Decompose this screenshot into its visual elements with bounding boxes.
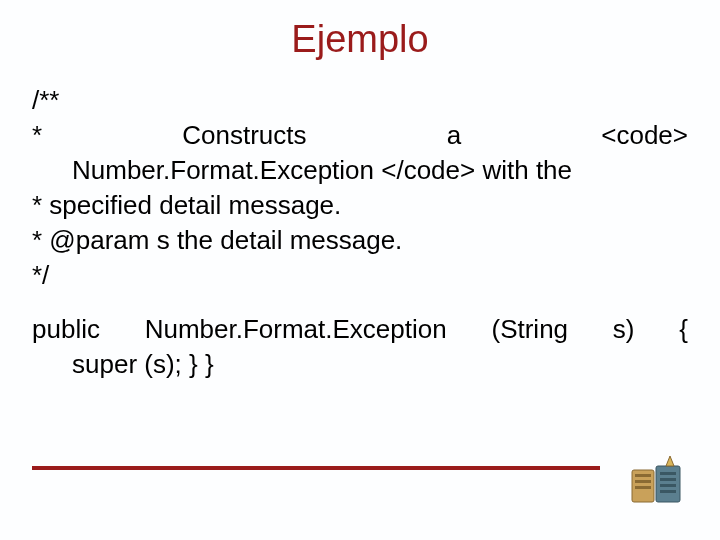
code-1e: { [679,312,688,347]
code-1b: Number.Format.Exception [145,312,447,347]
doc-2c: a [447,118,461,153]
code-1c: (String [491,312,568,347]
svg-rect-3 [635,486,651,489]
doc-2a: * [32,118,42,153]
doc-line-4: * specified detail message. [32,188,688,223]
svg-rect-8 [660,490,676,493]
code-line-2: super (s); } } [32,347,688,382]
slide-content: /** * Constructs a <code> Number.Format.… [32,83,688,382]
code-1d: s) [613,312,635,347]
doc-line-2: * Constructs a <code> [32,118,688,153]
code-1a: public [32,312,100,347]
doc-2d: <code> [601,118,688,153]
svg-rect-5 [660,472,676,475]
svg-rect-7 [660,484,676,487]
doc-2b: Constructs [182,118,306,153]
svg-rect-6 [660,478,676,481]
logo-icon [626,452,690,510]
footer-divider [32,466,600,470]
svg-rect-2 [635,480,651,483]
svg-rect-1 [635,474,651,477]
code-line-1: public Number.Format.Exception (String s… [32,312,688,347]
doc-line-3: Number.Format.Exception </code> with the [32,153,688,188]
slide-title: Ejemplo [32,18,688,61]
doc-line-6: */ [32,258,688,293]
doc-line-1: /** [32,83,688,118]
doc-line-5: * @param s the detail message. [32,223,688,258]
